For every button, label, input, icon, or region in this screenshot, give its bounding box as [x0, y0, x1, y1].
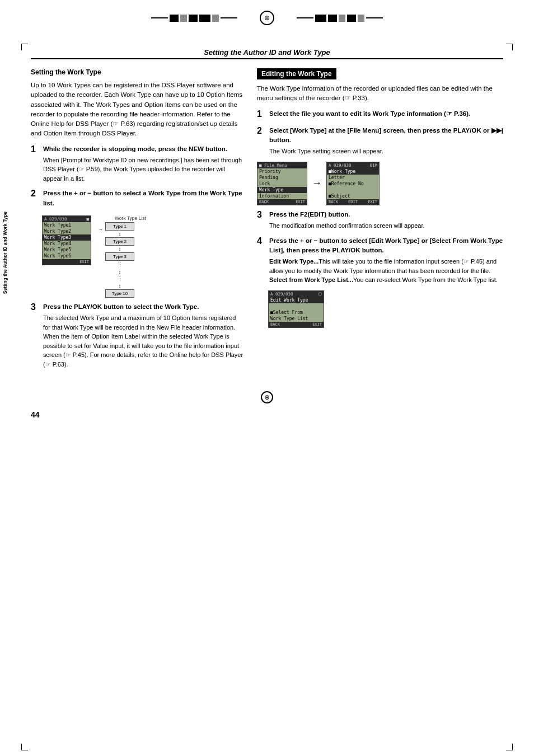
wt-row: ■Subject [327, 193, 379, 199]
arrow-col: → [98, 222, 103, 232]
left-step-2: 2 Press the + or − button to select a Wo… [31, 189, 243, 210]
page-title-section: Setting the Author ID and Work Type [31, 48, 503, 59]
select-from-bold: Select from Work Type List... [269, 276, 353, 283]
down-arrow-4: ↕ [119, 283, 121, 289]
wt-footer: BACK EDIT EXIT [327, 199, 379, 205]
left-step-3: 3 Press the PLAY/OK button to select the… [31, 302, 243, 369]
lcd-screen-left: A 029/030 ■ Work Type1 Work Type2 Work T… [42, 215, 91, 265]
right-step2-title: Select [Work Type] at the [File Menu] sc… [269, 126, 503, 145]
right-step1-title: Select the file you want to edit its Wor… [269, 109, 503, 119]
right-type-area: Work Type List → Type 1 ↕ Type 2 ↕ Type … [98, 215, 146, 298]
lcd-row: Work Type4 [43, 241, 91, 247]
right-step-num-2: 2 [257, 126, 265, 136]
right-step-1: 1 Select the file you want to edit its W… [257, 109, 503, 120]
lcd-header: A 029/030 ■ [43, 216, 91, 222]
dots: ⋮ [118, 261, 123, 269]
type-item-last: Type 10 [105, 289, 134, 298]
right-column: Editing the Work Type The Work Type info… [257, 68, 503, 374]
right-step2-body: The Work Type setting screen will appear… [269, 147, 503, 156]
arrow-right-icon: → [98, 227, 103, 232]
bottom-lcd-screen: A 029/030 ⬡ Edit Work Type ■Select From … [268, 290, 324, 328]
left-step-1: 1 While the recorder is stopping mode, p… [31, 144, 243, 184]
right-step3-title: Press the F2(EDIT) button. [269, 210, 503, 219]
file-menu-footer: BACK EXIT [257, 199, 307, 205]
right-step4-body: Edit Work Type...This will take you to t… [269, 257, 503, 285]
type-item: Type 2 [105, 237, 134, 246]
right-intro: The Work Type information of the recorde… [257, 84, 503, 104]
top-decorative-bar: ⊕ [0, 10, 534, 26]
menu-row: Lock [257, 181, 307, 187]
menu-row: Priority [257, 168, 307, 175]
left-section-heading: Setting the Work Type [31, 68, 243, 76]
wt-header: A 029/030 01M [327, 162, 379, 168]
bottom-screen-rows: Edit Work Type ■Select From Work Type Li… [269, 297, 324, 322]
page: ⊕ Setting the Author ID and Work Type Se… [0, 10, 534, 756]
wt-rows: ■Work Type Letter ■Reference No ■Subject [327, 168, 379, 199]
wt-row [327, 187, 379, 193]
corner-tl [21, 44, 28, 50]
lcd-rows: Work Type1 Work Type2 Work Type3 Work Ty… [43, 222, 91, 259]
type-list: Type 1 ↕ Type 2 ↕ Type 3 ⋮ ↕ ⋮ ↕ Type 10 [105, 222, 134, 298]
step-num-1: 1 [31, 144, 39, 154]
arrow-typelist: → Type 1 ↕ Type 2 ↕ Type 3 ⋮ ↕ ⋮ [98, 222, 134, 298]
lcd-row: Work Type6 [43, 253, 91, 259]
right-section-heading: Editing the Work Type [257, 68, 336, 79]
menu-row: Information [257, 193, 307, 199]
corner-br [506, 744, 513, 750]
bottom-row: Work Type List [269, 316, 324, 322]
dots2: ⋮ [118, 275, 123, 283]
right-step-num-1: 1 [257, 109, 265, 119]
work-type-detail-screen: A 029/030 01M ■Work Type Letter ■Referen… [326, 162, 380, 205]
bottom-screen-header: A 029/030 ⬡ [269, 291, 324, 297]
right-step-2: 2 Select [Work Type] at the [File Menu] … [257, 126, 503, 156]
menu-row-selected: Work Type [257, 187, 307, 193]
left-step2-title: Press the + or − button to select a Work… [43, 189, 243, 208]
page-title: Setting the Author ID and Work Type [31, 48, 503, 57]
lcd-row-selected: Work Type3 [43, 234, 91, 241]
left-intro: Up to 10 Work Types can be registered in… [31, 81, 243, 139]
bottom-screen-area: A 029/030 ⬡ Edit Work Type ■Select From … [268, 290, 503, 328]
title-rule [31, 58, 503, 59]
file-menu-header: ■ File Menu [257, 162, 307, 168]
step-num-3: 3 [31, 302, 39, 312]
right-step-3: 3 Press the F2(EDIT) button. The modific… [257, 210, 503, 231]
file-menu-screen: ■ File Menu Priority Pending Lock Work T… [257, 162, 307, 205]
bottom-compass-icon: ⊕ [261, 391, 273, 403]
left-step1-body: When [Prompt for Worktype ID on new reco… [43, 156, 243, 184]
wt-row: Letter [327, 175, 379, 181]
arrow-right-between-screens: → [312, 177, 322, 189]
edit-work-type-bold: Edit Work Type... [269, 258, 318, 265]
wt-row-selected: ■Work Type [327, 168, 379, 175]
bottom-screen-footer: BACK EXIT [269, 322, 324, 327]
right-step-num-4: 4 [257, 236, 265, 246]
page-number: 44 [31, 410, 503, 419]
right-step-4: 4 Press the + or − button to select [Edi… [257, 236, 503, 285]
down-arrow-1: ↕ [119, 231, 121, 237]
work-type-list-label: Work Type List [115, 215, 146, 221]
left-step1-title: While the recorder is stopping mode, pre… [43, 144, 243, 154]
bottom-row-selected: Edit Work Type [269, 297, 324, 303]
corner-bl [21, 744, 28, 750]
right-step3-body: The modification method confirmation scr… [269, 221, 503, 231]
left-step3-body: The selected Work Type and a maximum of … [43, 313, 243, 369]
down-arrow-3: ↕ [119, 269, 121, 275]
sidebar-tab: Setting the Author ID and Work Type [0, 212, 11, 294]
lcd-footer: EXIT [43, 259, 91, 265]
left-column: Setting the Work Type Up to 10 Work Type… [31, 68, 243, 374]
lcd-row: Work Type5 [43, 247, 91, 253]
worktype-diagram: A 029/030 ■ Work Type1 Work Type2 Work T… [42, 215, 243, 298]
type-item: Type 3 [105, 252, 134, 261]
lcd-row: Work Type1 [43, 222, 91, 228]
left-step3-title: Press the PLAY/OK button to select the W… [43, 302, 243, 312]
lcd-row: Work Type2 [43, 228, 91, 234]
down-arrow-2: ↕ [119, 246, 121, 252]
bottom-compass-area: ⊕ [31, 391, 503, 403]
dual-screens: ■ File Menu Priority Pending Lock Work T… [257, 162, 503, 205]
file-menu-rows: Priority Pending Lock Work Type Informat… [257, 168, 307, 199]
corner-tr [506, 44, 513, 50]
compass-icon: ⊕ [260, 11, 274, 25]
menu-row: Pending [257, 175, 307, 181]
type-item: Type 1 [105, 222, 134, 231]
bottom-row: ■Select From [269, 309, 324, 316]
right-step4-title: Press the + or − button to select [Edit … [269, 236, 503, 256]
